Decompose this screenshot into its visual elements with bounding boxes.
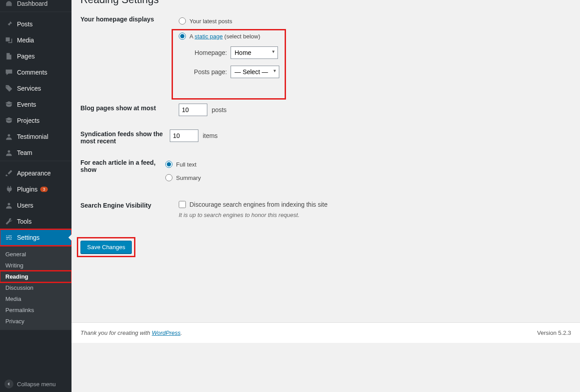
gauge-icon: [4, 0, 13, 8]
cap-icon: [4, 100, 13, 109]
sidebar-item-events[interactable]: Events: [0, 96, 71, 113]
static-page-link[interactable]: static page: [195, 33, 223, 40]
footer-version: Version 5.2.3: [537, 329, 571, 336]
page-title: Reading Settings: [80, 0, 571, 6]
submenu-item-discussion[interactable]: Discussion: [0, 282, 71, 293]
radio-static-page[interactable]: [179, 33, 186, 40]
sidebar-item-label: Tools: [17, 218, 32, 225]
person-icon: [4, 132, 13, 141]
radio-full-text[interactable]: [165, 161, 172, 168]
person-icon: [4, 201, 13, 210]
sidebar-item-label: Services: [17, 85, 41, 92]
homepage-select-label: Homepage:: [187, 49, 227, 56]
sev-note: It is up to search engines to honor this…: [179, 212, 571, 218]
submenu-item-general[interactable]: General: [0, 249, 71, 260]
sidebar-item-label: Comments: [17, 69, 47, 76]
submenu-item-permalinks[interactable]: Permalinks: [0, 304, 71, 316]
submenu-item-privacy[interactable]: Privacy: [0, 316, 71, 327]
submenu-item-reading[interactable]: Reading: [0, 271, 71, 282]
sidebar-item-plugins[interactable]: Plugins 3: [0, 181, 71, 197]
save-changes-button[interactable]: Save Changes: [80, 241, 132, 254]
sidebar-item-team[interactable]: Team: [0, 145, 71, 161]
sev-heading: Search Engine Visibility: [80, 201, 179, 209]
comment-icon: [4, 68, 13, 77]
page-icon: [4, 52, 13, 61]
syndication-suffix: items: [203, 132, 218, 139]
feed-heading: For each article in a feed, show: [80, 158, 165, 173]
homepage-displays-heading: Your homepage displays: [80, 15, 179, 23]
collapse-menu-label: Collapse menu: [17, 381, 56, 388]
person-icon: [4, 148, 13, 157]
plugins-update-badge: 3: [40, 187, 48, 192]
collapse-menu-button[interactable]: Collapse menu: [0, 376, 71, 392]
sidebar-item-services[interactable]: Services: [0, 80, 71, 96]
chevron-left-icon: [4, 379, 13, 388]
settings-submenu: General Writing Reading Discussion Media…: [0, 246, 71, 330]
sidebar-item-label: Team: [17, 149, 32, 156]
radio-latest-posts[interactable]: [179, 17, 186, 25]
radio-latest-posts-label: Your latest posts: [189, 18, 232, 25]
sidebar-item-comments[interactable]: Comments: [0, 64, 71, 80]
radio-full-text-label: Full text: [176, 161, 197, 168]
sidebar-item-label: Appearance: [17, 170, 51, 177]
sidebar-item-settings[interactable]: Settings: [0, 229, 71, 246]
blog-pages-suffix: posts: [212, 106, 227, 113]
sliders-icon: [4, 233, 13, 242]
footer-wordpress-link[interactable]: WordPress: [152, 329, 181, 336]
media-icon: [4, 36, 13, 45]
submenu-item-writing[interactable]: Writing: [0, 260, 71, 271]
sidebar-item-label: Plugins: [17, 186, 38, 193]
sidebar-item-posts[interactable]: Posts: [0, 16, 71, 32]
sidebar-item-label: Dashboard: [17, 0, 48, 7]
sidebar-item-label: Users: [17, 202, 34, 209]
admin-sidebar: Dashboard Posts Media Pages Comments S: [0, 0, 71, 392]
syndication-heading: Syndication feeds show the most recent: [80, 129, 170, 145]
pin-icon: [4, 20, 13, 29]
postspage-select-label: Posts page:: [187, 68, 227, 75]
sidebar-item-label: Media: [17, 37, 34, 44]
radio-summary[interactable]: [165, 174, 172, 181]
sidebar-item-media[interactable]: Media: [0, 32, 71, 48]
sidebar-item-label: Testimonial: [17, 133, 48, 140]
sidebar-item-label: Settings: [17, 234, 40, 241]
syndication-input[interactable]: [170, 129, 198, 142]
sidebar-item-pages[interactable]: Pages: [0, 48, 71, 64]
plug-icon: [4, 185, 13, 194]
cap-icon: [4, 116, 13, 125]
sidebar-item-label: Posts: [17, 21, 33, 28]
sidebar-item-tools[interactable]: Tools: [0, 213, 71, 229]
tag-icon: [4, 84, 13, 93]
brush-icon: [4, 169, 13, 178]
homepage-select[interactable]: Home: [231, 46, 278, 59]
sidebar-item-testimonial[interactable]: Testimonial: [0, 129, 71, 145]
sidebar-item-dashboard[interactable]: Dashboard: [0, 0, 71, 12]
wrench-icon: [4, 217, 13, 226]
sev-checkbox[interactable]: [179, 201, 186, 208]
footer-thanks-prefix: Thank you for creating with: [80, 329, 152, 336]
radio-summary-label: Summary: [176, 175, 201, 181]
blog-pages-heading: Blog pages show at most: [80, 104, 179, 112]
admin-footer: Thank you for creating with WordPress. V…: [71, 322, 580, 343]
sidebar-item-label: Projects: [17, 117, 40, 124]
sidebar-item-appearance[interactable]: Appearance: [0, 165, 71, 181]
sidebar-item-users[interactable]: Users: [0, 197, 71, 213]
submenu-item-media[interactable]: Media: [0, 293, 71, 304]
sev-checkbox-label: Discourage search engines from indexing …: [189, 201, 328, 208]
blog-pages-input[interactable]: [179, 104, 207, 116]
radio-static-page-label: A static page (select below): [189, 33, 260, 40]
sidebar-item-label: Pages: [17, 53, 35, 60]
sidebar-item-label: Events: [17, 101, 36, 108]
sidebar-item-projects[interactable]: Projects: [0, 113, 71, 129]
postspage-select[interactable]: — Select —: [231, 66, 279, 78]
